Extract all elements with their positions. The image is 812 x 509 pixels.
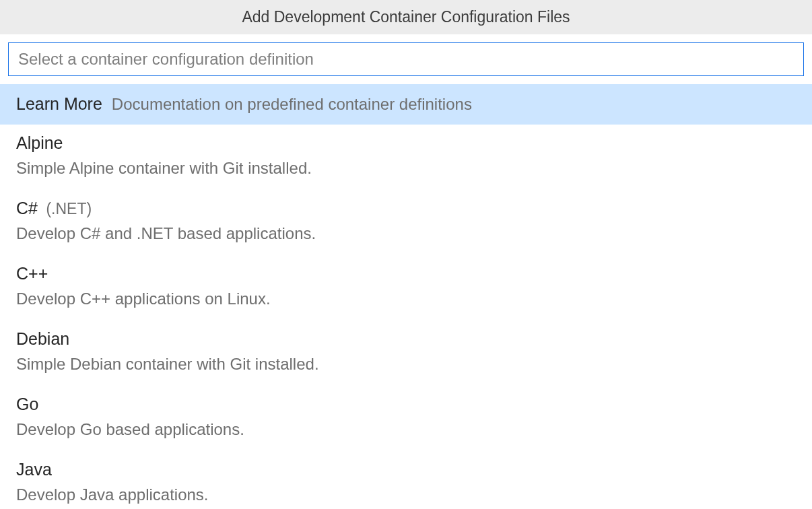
item-title: Go [16,395,38,413]
item-description: Develop C# and .NET based applications. [16,222,796,246]
list-item-csharp[interactable]: C# (.NET) Develop C# and .NET based appl… [0,190,812,255]
item-description: Develop C++ applications on Linux. [16,287,796,311]
learn-more-label: Learn More [16,92,102,116]
item-title: Alpine [16,133,63,152]
search-wrapper [0,34,812,84]
learn-more-description: Documentation on predefined container de… [112,92,472,116]
item-description: Simple Alpine container with Git install… [16,156,796,180]
list-item-go[interactable]: Go Develop Go based applications. [0,386,812,451]
list-item-debian[interactable]: Debian Simple Debian container with Git … [0,320,812,386]
item-description: Develop Java applications. [16,483,796,507]
dialog-title: Add Development Container Configuration … [0,0,812,34]
list-item-java[interactable]: Java Develop Java applications. [0,451,812,509]
item-description: Simple Debian container with Git install… [16,352,796,376]
search-input[interactable] [8,42,804,76]
item-title: C# [16,199,38,217]
options-list: Learn More Documentation on predefined c… [0,84,812,509]
learn-more-item[interactable]: Learn More Documentation on predefined c… [0,84,812,125]
item-title: Java [16,460,52,479]
list-item-alpine[interactable]: Alpine Simple Alpine container with Git … [0,125,812,190]
item-title: Debian [16,329,69,348]
item-tag: (.NET) [46,200,92,217]
item-description: Develop Go based applications. [16,417,796,442]
list-item-cpp[interactable]: C++ Develop C++ applications on Linux. [0,255,812,320]
item-title: C++ [16,264,48,283]
